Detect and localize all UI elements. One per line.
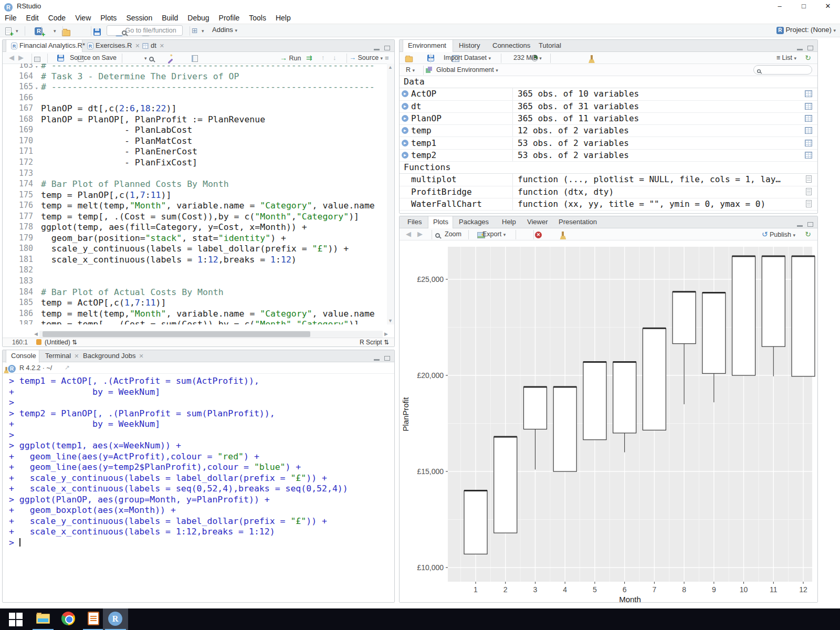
filetype-selector[interactable]: R Script ⇅	[360, 339, 389, 346]
menu-session[interactable]: Session	[121, 13, 157, 23]
tab-console[interactable]: Console	[6, 350, 39, 363]
view-function-icon[interactable]	[806, 200, 812, 207]
menu-help[interactable]: Help	[271, 13, 296, 23]
menu-view[interactable]: View	[70, 13, 96, 23]
view-function-icon[interactable]	[806, 175, 812, 183]
view-function-icon[interactable]	[806, 188, 812, 195]
taskbar-file-explorer[interactable]	[30, 608, 56, 630]
compile-report-icon[interactable]	[192, 55, 198, 62]
code-line-170[interactable]: 170 - PlanMatCost	[3, 135, 387, 146]
code-line-184[interactable]: 184# Bar Plot of Actual Costs By Month	[3, 287, 387, 298]
code-line-165[interactable]: 165▾# ----------------------------------…	[3, 81, 387, 92]
new-file-dropdown[interactable]: ▾	[16, 28, 18, 34]
tab-viewer[interactable]: Viewer	[522, 216, 553, 228]
code-line-183[interactable]: 183	[3, 276, 387, 287]
taskbar-chrome[interactable]	[56, 608, 81, 630]
view-table-icon[interactable]	[805, 103, 812, 110]
expand-icon[interactable]: ▶	[402, 127, 408, 134]
language-selector[interactable]: R ▾	[406, 64, 415, 76]
tab-dt[interactable]: dt✕	[137, 40, 166, 52]
maximize-pane-icon[interactable]	[807, 222, 813, 227]
document-selector[interactable]: (Untitled) ⇅	[45, 339, 77, 346]
list-view-button[interactable]: ≡ List ▾	[776, 52, 796, 64]
find-icon[interactable]	[149, 57, 154, 61]
export-plot-button[interactable]: Export ▾	[482, 228, 506, 240]
hscroll-thumb[interactable]	[43, 331, 310, 337]
refresh-icon[interactable]: ↻	[805, 54, 811, 62]
env-object-temp[interactable]: ▶temp12 obs. of 2 variables	[400, 125, 817, 137]
tab-presentation[interactable]: Presentation	[554, 216, 604, 228]
rerun-icon[interactable]: ⇉	[306, 52, 312, 64]
code-line-164[interactable]: 164# Task 3 - Determine The Drivers of O…	[3, 71, 387, 82]
tab-tutorial[interactable]: Tutorial	[534, 40, 569, 52]
scroll-up-icon[interactable]: ▲	[388, 65, 393, 70]
doc-outline-icon[interactable]	[36, 339, 41, 345]
minimize-pane-icon[interactable]	[374, 356, 380, 361]
editor-save-icon[interactable]	[57, 55, 64, 61]
import-dataset-button[interactable]: Import Dataset ▾	[444, 52, 491, 64]
menu-edit[interactable]: Edit	[22, 13, 44, 23]
plots-pane-controls[interactable]	[792, 219, 813, 229]
close-button[interactable]: ✕	[816, 0, 840, 13]
menu-profile[interactable]: Profile	[214, 13, 245, 23]
view-table-icon[interactable]	[805, 152, 812, 159]
tab-connections[interactable]: Connections	[488, 40, 533, 52]
close-tab-icon[interactable]: ✕	[139, 353, 143, 359]
code-line-177[interactable]: 177temp = temp[, .(Cost = sum(Cost)),by …	[3, 211, 387, 222]
tab-background-jobs[interactable]: Background Jobs✕	[78, 350, 137, 362]
code-line-173[interactable]: 173	[3, 168, 387, 179]
load-workspace-icon[interactable]	[405, 56, 413, 62]
minimize-pane-icon[interactable]	[797, 222, 803, 227]
outline-icon[interactable]: ≡	[385, 54, 389, 62]
env-object-multiplot[interactable]: multiplotfunction (..., plotlist = NULL,…	[400, 174, 817, 186]
menu-build[interactable]: Build	[157, 13, 183, 23]
environment-selector[interactable]: Global Environment ▾	[436, 64, 498, 76]
code-line-175[interactable]: 175temp = PlanOP[,c(1,7:11)]	[3, 190, 387, 201]
expand-icon[interactable]: ▶	[402, 90, 408, 97]
expand-icon[interactable]: ▶	[402, 115, 408, 122]
env-object-WaterFallChart[interactable]: WaterFallChartfunction (xx, yy, title = …	[400, 198, 817, 211]
close-tab-icon[interactable]: ✕	[160, 43, 164, 49]
view-table-icon[interactable]	[805, 140, 812, 146]
code-line-166[interactable]: 166	[3, 92, 387, 103]
remove-plot-icon[interactable]: ✕	[535, 232, 542, 238]
addins-button[interactable]: Addins ▾	[212, 24, 237, 36]
expand-icon[interactable]: ▶	[402, 140, 408, 146]
code-line-186[interactable]: 186temp = melt(temp,"Month", variable.na…	[3, 308, 387, 319]
workspace-panes-icon[interactable]: ⊞	[192, 26, 198, 35]
console-popout-icon[interactable]: ↗	[65, 364, 70, 371]
memory-usage-button[interactable]: 232 MiB ▾	[513, 52, 542, 64]
code-line-181[interactable]: 181 scale_x_continuous(labels = 1:12,bre…	[3, 254, 387, 265]
env-object-dt[interactable]: ▶dt365 obs. of 31 variables	[400, 101, 817, 113]
open-file-dropdown[interactable]: ▾	[54, 28, 56, 34]
scroll-down-icon[interactable]: ▼	[388, 318, 393, 323]
zoom-plot-button[interactable]: Zoom	[445, 228, 461, 240]
maximize-button[interactable]: □	[792, 0, 816, 13]
console-pane-controls[interactable]	[369, 353, 390, 363]
tab-environment[interactable]: Environment	[403, 40, 453, 52]
maximize-pane-icon[interactable]	[384, 46, 390, 50]
tab-history[interactable]: History	[454, 40, 487, 52]
code-tools-dropdown[interactable]: ▾	[144, 56, 147, 61]
code-line-171[interactable]: 171 - PlanEnerCost	[3, 146, 387, 157]
scroll-right-icon[interactable]: ▶	[384, 331, 388, 337]
code-line-179[interactable]: 179 geom_bar(position="stack", stat="ide…	[3, 233, 387, 244]
console-cursor[interactable]	[19, 538, 20, 547]
env-object-ActOP[interactable]: ▶ActOP365 obs. of 10 variables	[400, 88, 817, 100]
code-line-178[interactable]: 178ggplot(temp, aes(fill=Category, y=Cos…	[3, 222, 387, 233]
code-editor[interactable]: 163▾# ----------------------------------…	[3, 64, 387, 324]
next-plot-icon[interactable]: ▶	[417, 230, 423, 238]
forward-icon[interactable]: ▶	[18, 54, 24, 61]
expand-icon[interactable]: ▶	[402, 152, 408, 159]
env-object-PlanOP[interactable]: ▶PlanOP365 obs. of 11 variables	[400, 113, 817, 125]
save-icon[interactable]	[93, 28, 101, 36]
view-table-icon[interactable]	[805, 90, 812, 97]
code-line-169[interactable]: 169 - PlanLabCost	[3, 124, 387, 135]
popout-icon[interactable]	[34, 57, 40, 62]
menu-debug[interactable]: Debug	[183, 13, 214, 23]
code-line-168[interactable]: 168PlanOP = PlanOP[, PlanProfit := PlanR…	[3, 114, 387, 125]
new-file-icon[interactable]	[5, 27, 12, 35]
maximize-pane-icon[interactable]	[807, 46, 813, 50]
tab-files[interactable]: Files	[403, 216, 427, 228]
env-object-ProfitBridge[interactable]: ProfitBridgefunction (dtx, dty)	[400, 186, 817, 198]
